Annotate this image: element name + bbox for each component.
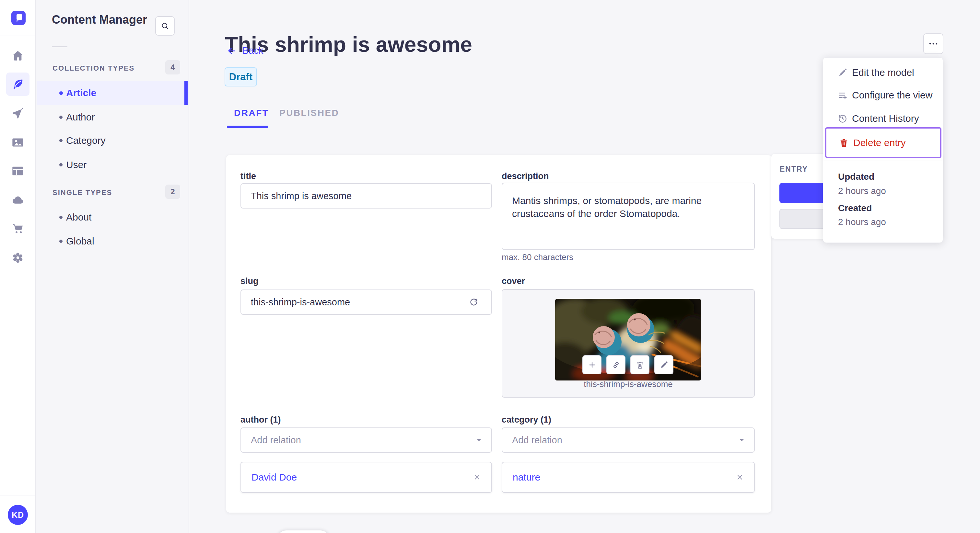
nav-divider-top	[0, 36, 36, 36]
copy-link-button[interactable]	[606, 355, 625, 374]
sidebar-item-article[interactable]: Article	[37, 81, 189, 105]
updated-label: Updated	[838, 171, 874, 182]
cover-filename: this-shrimp-is-awesome	[502, 379, 755, 389]
feather-pen-icon	[11, 78, 24, 90]
layout-icon	[11, 165, 24, 178]
nav-content-type-builder-button[interactable]	[6, 159, 30, 182]
subnav-divider	[52, 46, 67, 47]
sidebar-item-author[interactable]: Author	[37, 105, 189, 129]
chevron-down-icon	[737, 436, 746, 444]
sidebar-item-user[interactable]: User	[37, 153, 189, 177]
relation-link-nature[interactable]: nature	[513, 472, 540, 483]
author-relation-select[interactable]: Add relation	[240, 427, 492, 453]
remove-author-relation-button[interactable]	[471, 471, 484, 484]
strapi-admin: KD Content Manager COLLECTION TYPES 4 Ar…	[0, 0, 980, 533]
link-icon	[611, 360, 620, 370]
gear-icon	[11, 251, 24, 264]
bullet-icon	[59, 91, 63, 95]
menu-item-edit-model[interactable]: Edit the model	[823, 62, 943, 83]
refresh-icon	[469, 297, 479, 307]
nav-marketplace-button[interactable]	[6, 217, 30, 240]
more-actions-button[interactable]	[923, 33, 943, 54]
active-indicator	[185, 81, 188, 105]
title-field-label: title	[240, 171, 256, 181]
created-label: Created	[838, 203, 872, 213]
main-nav: KD	[0, 0, 36, 533]
subnav-title: Content Manager	[52, 13, 147, 27]
relation-link-david-doe[interactable]: David Doe	[251, 472, 297, 483]
home-icon	[11, 49, 24, 62]
updated-value: 2 hours ago	[838, 186, 886, 196]
tab-published[interactable]: PUBLISHED	[279, 108, 339, 118]
trash-icon	[839, 138, 849, 148]
cover-field-label: cover	[502, 276, 525, 286]
menu-item-content-history[interactable]: Content History	[823, 108, 943, 129]
cloud-icon	[11, 194, 24, 206]
cover-toolbar	[582, 355, 673, 374]
nav-content-manager-button[interactable]	[6, 73, 30, 96]
sidebar-item-category[interactable]: Category	[37, 128, 189, 152]
back-link[interactable]: Back	[227, 45, 263, 56]
pencil-icon	[660, 360, 668, 370]
slug-input[interactable]	[240, 289, 492, 315]
sidebar-item-global[interactable]: Global	[37, 229, 189, 253]
close-icon	[736, 473, 744, 482]
regenerate-slug-button[interactable]	[469, 297, 479, 307]
description-textarea[interactable]: Mantis shrimps, or stomatopods, are mari…	[502, 182, 755, 250]
created-value: 2 hours ago	[838, 217, 886, 227]
brand-logo[interactable]	[11, 11, 25, 25]
category-relation-select[interactable]: Add relation	[502, 427, 755, 453]
image-icon	[11, 136, 24, 149]
bottom-floating-pill[interactable]	[277, 530, 330, 533]
nav-releases-button[interactable]	[6, 102, 30, 125]
single-types-count-badge: 2	[165, 185, 180, 199]
title-input[interactable]	[240, 183, 492, 209]
avatar-initials: KD	[12, 510, 24, 520]
section-label: SINGLE TYPES	[52, 189, 112, 197]
add-media-button[interactable]	[582, 355, 601, 374]
pencil-icon	[837, 67, 848, 78]
sidebar-item-about[interactable]: About	[37, 205, 189, 229]
history-clock-icon	[837, 113, 848, 124]
bullet-icon	[59, 116, 62, 119]
search-button[interactable]	[155, 16, 175, 36]
delete-media-button[interactable]	[630, 355, 649, 374]
select-placeholder: Add relation	[251, 435, 301, 446]
category-field-label: category (1)	[502, 415, 551, 425]
bullet-icon	[59, 163, 62, 167]
actions-dropdown-menu: Edit the model Configure the view Conten…	[823, 57, 943, 243]
close-icon	[473, 473, 481, 482]
author-relation-item: David Doe	[240, 462, 492, 493]
plus-icon	[587, 360, 597, 370]
entry-form-card: title description Mantis shrimps, or sto…	[226, 155, 771, 512]
section-label: COLLECTION TYPES	[52, 64, 135, 73]
nav-settings-button[interactable]	[6, 246, 30, 270]
menu-divider	[823, 160, 943, 161]
nav-home-button[interactable]	[6, 44, 30, 67]
paper-plane-icon	[11, 108, 24, 121]
nav-divider-bottom	[0, 495, 36, 495]
menu-item-delete-entry[interactable]: Delete entry	[825, 127, 942, 158]
content-manager-subnav: Content Manager COLLECTION TYPES 4 Artic…	[36, 0, 189, 533]
search-icon	[161, 21, 170, 30]
user-avatar[interactable]: KD	[8, 505, 28, 525]
entry-panel-title: ENTRY	[780, 165, 808, 174]
chevron-down-icon	[474, 436, 484, 444]
slug-field-label: slug	[240, 276, 259, 286]
nav-deploy-button[interactable]	[6, 189, 30, 212]
remove-category-relation-button[interactable]	[733, 471, 746, 484]
arrow-left-icon	[227, 46, 237, 56]
select-placeholder: Add relation	[512, 435, 562, 446]
collection-types-header: COLLECTION TYPES 4	[52, 64, 179, 73]
strapi-logo-icon	[11, 11, 25, 25]
active-tab-underline	[227, 125, 268, 128]
menu-item-configure-view[interactable]: Configure the view	[823, 85, 943, 106]
collection-types-count-badge: 4	[165, 60, 180, 75]
edit-media-button[interactable]	[654, 355, 673, 374]
tab-draft[interactable]: DRAFT	[234, 108, 269, 118]
status-badge: Draft	[224, 67, 257, 86]
author-field-label: author (1)	[240, 415, 281, 425]
nav-media-library-button[interactable]	[6, 131, 30, 154]
trash-icon	[635, 360, 644, 370]
shopping-cart-icon	[11, 222, 24, 235]
